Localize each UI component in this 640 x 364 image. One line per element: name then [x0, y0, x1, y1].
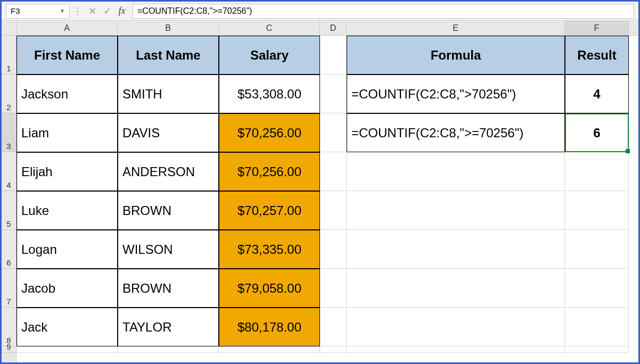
- cell-E9[interactable]: [347, 346, 565, 353]
- cell-salary[interactable]: $70,256.00: [219, 152, 320, 191]
- cell-E8[interactable]: [347, 308, 565, 346]
- header-first-name[interactable]: First Name: [17, 36, 118, 75]
- cell-last-name[interactable]: BROWN: [118, 269, 219, 308]
- cell-formula[interactable]: =COUNTIF(C2:C8,">=70256"): [347, 113, 565, 152]
- table-row: First Name Last Name Salary Formula Resu…: [17, 36, 638, 75]
- header-last-name[interactable]: Last Name: [118, 36, 219, 75]
- col-header-A[interactable]: A: [17, 21, 118, 35]
- row-header-2[interactable]: 2: [2, 75, 16, 113]
- name-box[interactable]: F3 ▼: [6, 4, 70, 19]
- cell-D6[interactable]: [320, 230, 347, 269]
- table-row: Liam DAVIS $70,256.00 =COUNTIF(C2:C8,">=…: [17, 113, 638, 152]
- table-row: Jacob BROWN $79,058.00: [17, 269, 638, 308]
- formula-bar: F3 ▼ ⋮ ✕ ✓ fx =COUNTIF(C2:C8,">=70256"): [2, 2, 638, 21]
- row-header-9[interactable]: 9: [2, 346, 16, 353]
- cell-formula[interactable]: =COUNTIF(C2:C8,">70256"): [347, 75, 565, 113]
- spreadsheet-grid: 1 2 3 4 5 6 7 8 9 A B C D E F First Name…: [2, 21, 638, 362]
- cell-D1[interactable]: [320, 36, 347, 75]
- cell-salary[interactable]: $73,335.00: [219, 230, 320, 269]
- cell-first-name[interactable]: Jack: [17, 308, 118, 346]
- cell-salary[interactable]: $53,308.00: [219, 75, 320, 113]
- name-box-value: F3: [11, 6, 20, 15]
- cell-A9[interactable]: [17, 346, 118, 353]
- cell-D8[interactable]: [320, 308, 347, 346]
- cell-E4[interactable]: [347, 152, 565, 191]
- cancel-formula-icon[interactable]: ✕: [85, 4, 100, 19]
- table-row: Jack TAYLOR $80,178.00: [17, 308, 638, 346]
- cell-last-name[interactable]: WILSON: [118, 230, 219, 269]
- cell-E5[interactable]: [347, 191, 565, 230]
- cell-D5[interactable]: [320, 191, 347, 230]
- row-header-8[interactable]: 8: [2, 308, 16, 346]
- cell-first-name[interactable]: Luke: [17, 191, 118, 230]
- row-headers: 1 2 3 4 5 6 7 8 9: [2, 21, 17, 362]
- cell-D4[interactable]: [320, 152, 347, 191]
- row-header-6[interactable]: 6: [2, 230, 16, 269]
- cell-F8[interactable]: [565, 308, 629, 346]
- row-header-5[interactable]: 5: [2, 191, 16, 230]
- col-header-B[interactable]: B: [118, 21, 219, 35]
- col-header-E[interactable]: E: [347, 21, 565, 35]
- header-result[interactable]: Result: [565, 36, 629, 75]
- cell-result[interactable]: 6: [565, 113, 629, 152]
- cell-B9[interactable]: [118, 346, 219, 353]
- cell-D7[interactable]: [320, 269, 347, 308]
- select-all-corner[interactable]: [2, 21, 16, 36]
- cell-F7[interactable]: [565, 269, 629, 308]
- row-header-1[interactable]: 1: [2, 36, 16, 75]
- fx-icon[interactable]: fx: [114, 5, 129, 16]
- table-row: Luke BROWN $70,257.00: [17, 191, 638, 230]
- cell-F6[interactable]: [565, 230, 629, 269]
- formula-input-value: =COUNTIF(C2:C8,">=70256"): [137, 6, 252, 16]
- cell-E7[interactable]: [347, 269, 565, 308]
- accept-formula-icon[interactable]: ✓: [100, 4, 114, 19]
- header-formula[interactable]: Formula: [347, 36, 565, 75]
- table-row: Jackson SMITH $53,308.00 =COUNTIF(C2:C8,…: [17, 75, 638, 113]
- col-header-D[interactable]: D: [320, 21, 347, 35]
- cell-last-name[interactable]: TAYLOR: [118, 308, 219, 346]
- column-headers: A B C D E F: [17, 21, 638, 36]
- formula-bar-separator: ⋮: [73, 5, 81, 17]
- cell-salary[interactable]: $79,058.00: [219, 269, 320, 308]
- cell-last-name[interactable]: SMITH: [118, 75, 219, 113]
- row-header-4[interactable]: 4: [2, 152, 16, 191]
- rows-container: First Name Last Name Salary Formula Resu…: [17, 36, 638, 353]
- table-row: Elijah ANDERSON $70,256.00: [17, 152, 638, 191]
- header-salary[interactable]: Salary: [219, 36, 320, 75]
- cell-D9[interactable]: [320, 346, 347, 353]
- cell-last-name[interactable]: BROWN: [118, 191, 219, 230]
- cell-salary[interactable]: $70,256.00: [219, 113, 320, 152]
- formula-input[interactable]: =COUNTIF(C2:C8,">=70256"): [133, 4, 634, 19]
- cell-D3[interactable]: [320, 113, 347, 152]
- row-header-3[interactable]: 3: [2, 113, 16, 152]
- cell-first-name[interactable]: Elijah: [17, 152, 118, 191]
- row-header-7[interactable]: 7: [2, 269, 16, 308]
- sheet-cells: A B C D E F First Name Last Name Salary …: [17, 21, 638, 362]
- table-row: Logan WILSON $73,335.00: [17, 230, 638, 269]
- col-header-F[interactable]: F: [565, 21, 629, 35]
- cell-E6[interactable]: [347, 230, 565, 269]
- cell-last-name[interactable]: ANDERSON: [118, 152, 219, 191]
- cell-first-name[interactable]: Liam: [17, 113, 118, 152]
- cell-salary[interactable]: $70,257.00: [219, 191, 320, 230]
- cell-F5[interactable]: [565, 191, 629, 230]
- cell-first-name[interactable]: Jackson: [17, 75, 118, 113]
- cell-first-name[interactable]: Logan: [17, 230, 118, 269]
- col-header-C[interactable]: C: [219, 21, 320, 35]
- cell-F9[interactable]: [565, 346, 629, 353]
- name-box-dropdown-icon[interactable]: ▼: [60, 8, 65, 14]
- cell-first-name[interactable]: Jacob: [17, 269, 118, 308]
- cell-F4[interactable]: [565, 152, 629, 191]
- cell-salary[interactable]: $80,178.00: [219, 308, 320, 346]
- cell-D2[interactable]: [320, 75, 347, 113]
- cell-C9[interactable]: [219, 346, 320, 353]
- table-row: [17, 346, 638, 353]
- cell-last-name[interactable]: DAVIS: [118, 113, 219, 152]
- cell-result[interactable]: 4: [565, 75, 629, 113]
